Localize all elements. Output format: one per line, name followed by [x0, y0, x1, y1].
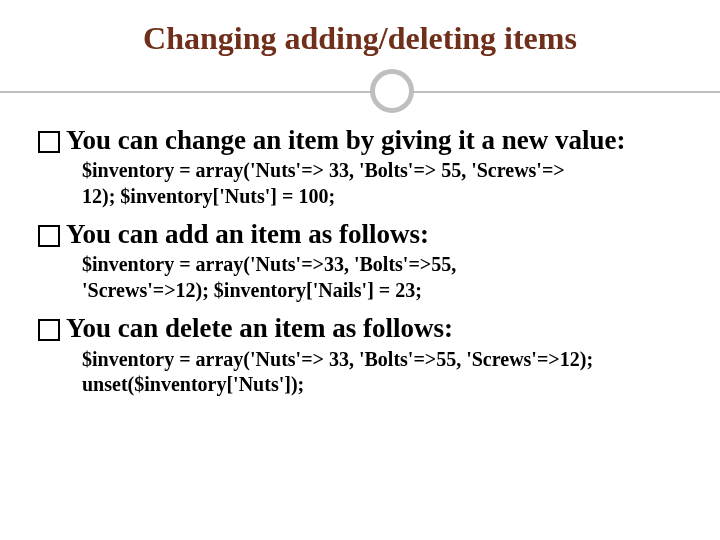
divider-circle-icon	[370, 69, 414, 113]
section-heading: You can delete an item as follows:	[38, 313, 682, 344]
bullet-box-icon	[38, 319, 60, 341]
heading-text: You can delete an item as follows:	[66, 313, 682, 344]
section-add-item: You can add an item as follows: $invento…	[38, 219, 682, 303]
heading-text: You can add an item as follows:	[66, 219, 682, 250]
bullet-box-icon	[38, 225, 60, 247]
code-block: $inventory = array('Nuts'=> 33, 'Bolts'=…	[82, 158, 602, 209]
heading-text: You can change an item by giving it a ne…	[66, 125, 682, 156]
slide: Changing adding/deleting items You can c…	[0, 0, 720, 540]
section-heading: You can add an item as follows:	[38, 219, 682, 250]
bullet-box-icon	[38, 131, 60, 153]
section-delete-item: You can delete an item as follows: $inve…	[38, 313, 682, 397]
title-divider	[38, 65, 682, 121]
code-block: $inventory = array('Nuts'=>33, 'Bolts'=>…	[82, 252, 582, 303]
section-change-item: You can change an item by giving it a ne…	[38, 125, 682, 209]
section-heading: You can change an item by giving it a ne…	[38, 125, 682, 156]
code-block: $inventory = array('Nuts'=> 33, 'Bolts'=…	[82, 347, 682, 398]
slide-title: Changing adding/deleting items	[38, 20, 682, 57]
horizontal-rule	[0, 91, 720, 93]
